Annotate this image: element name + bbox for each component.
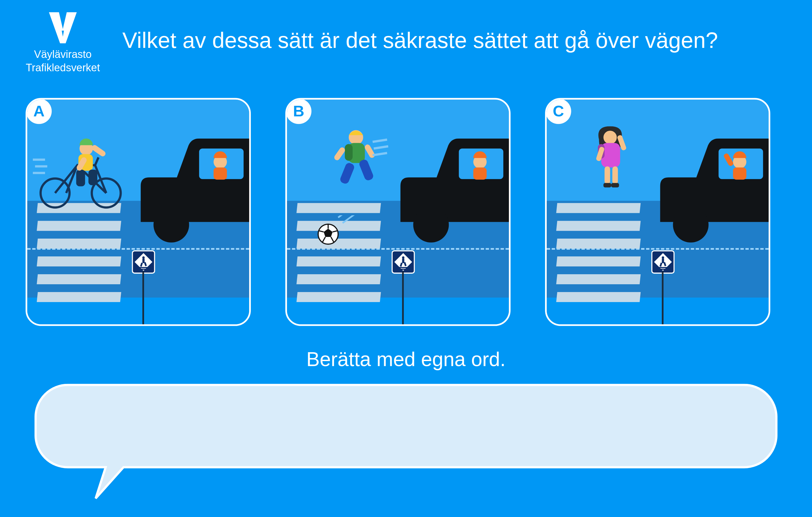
svg-line-37 [338,215,350,218]
svg-point-65 [662,256,664,259]
option-card-b[interactable]: B [285,98,511,326]
svg-point-4 [41,178,69,207]
option-badge: B [286,98,312,124]
svg-rect-58 [612,166,618,184]
pedestrian-crossing-sign-icon [392,250,415,276]
pedestrian-crossing-sign-icon [132,250,155,276]
svg-rect-29 [345,144,353,161]
svg-rect-70 [659,268,668,269]
soccer-ball-icon [316,215,355,249]
svg-rect-59 [604,183,611,188]
svg-point-17 [142,256,145,259]
svg-point-54 [604,131,617,144]
svg-rect-33 [364,143,376,159]
pedestrian-crossing-sign-icon [651,250,675,276]
svg-rect-44 [402,258,404,263]
svg-rect-18 [142,258,144,263]
svg-point-43 [402,256,404,259]
svg-point-1 [153,207,189,242]
svg-rect-57 [605,166,610,184]
answer-speech-bubble[interactable] [34,384,778,479]
vaylavirasto-logo-icon [44,12,82,44]
svg-rect-26 [473,167,487,179]
truck-icon [646,138,771,250]
scene-running-child [287,100,509,324]
prompt-text: Berätta med egna ord. [0,348,812,371]
agency-logo: Väylävirasto Trafikledsverket [18,12,108,74]
svg-line-36 [373,153,387,155]
svg-rect-48 [399,268,408,269]
svg-rect-52 [733,167,746,179]
svg-point-24 [413,207,449,242]
option-badge: A [26,98,52,124]
svg-rect-31 [358,159,374,181]
svg-rect-21 [138,267,148,268]
svg-line-38 [343,215,355,223]
svg-rect-8 [76,170,85,186]
answer-input[interactable] [57,394,755,458]
svg-rect-66 [662,258,664,263]
svg-line-34 [373,140,387,142]
option-card-c[interactable]: C [545,98,770,326]
scene-waiting-girl [547,100,768,324]
cyclist-icon [33,132,133,210]
svg-rect-22 [139,268,148,269]
option-badge: C [546,98,571,124]
question-text: Vilket av dessa sätt är det säkraste sät… [122,28,718,53]
option-card-a[interactable]: A [26,98,251,326]
truck-icon [387,138,511,250]
svg-rect-30 [339,162,355,184]
svg-rect-69 [658,267,668,268]
svg-rect-32 [333,146,346,161]
svg-rect-60 [611,183,619,188]
agency-name-sv: Trafikledsverket [18,61,108,74]
svg-rect-3 [213,167,227,179]
svg-rect-47 [398,267,408,268]
running-child-icon [325,127,392,205]
svg-rect-9 [89,170,97,185]
svg-line-35 [374,146,388,148]
truck-icon [127,138,251,250]
waiting-girl-icon [581,126,637,204]
agency-name-fi: Väylävirasto [18,48,108,61]
svg-rect-10 [91,144,107,157]
svg-point-50 [673,207,709,242]
scene-cyclist [27,100,249,324]
options-row: A [26,98,770,326]
